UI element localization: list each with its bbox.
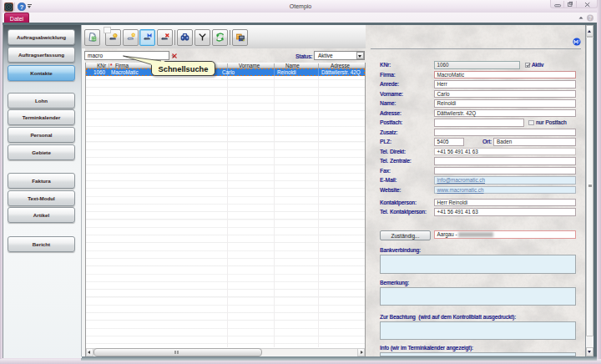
- svg-text:?: ?: [588, 15, 592, 21]
- svg-text:?: ?: [20, 3, 24, 11]
